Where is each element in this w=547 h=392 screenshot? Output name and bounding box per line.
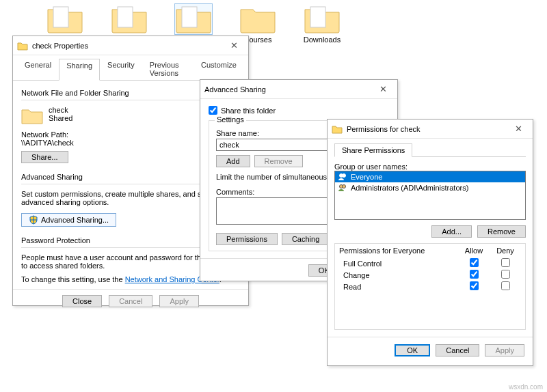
tab-general[interactable]: General xyxy=(17,58,59,80)
user-name: Everyone xyxy=(351,173,382,181)
shield-icon xyxy=(29,215,38,225)
advanced-sharing-button[interactable]: Advanced Sharing... xyxy=(21,213,116,227)
tab-sharing[interactable]: Sharing xyxy=(59,59,100,81)
titlebar[interactable]: Advanced Sharing ✕ xyxy=(200,80,397,99)
close-icon[interactable]: ✕ xyxy=(373,84,393,94)
list-item[interactable]: Everyone xyxy=(335,171,525,182)
tab-security[interactable]: Security xyxy=(100,58,142,80)
svg-point-7 xyxy=(343,185,346,188)
window-title: Permissions for check xyxy=(347,125,508,133)
svg-point-5 xyxy=(343,174,346,178)
tab-customize[interactable]: Customize xyxy=(194,58,244,80)
deny-checkbox[interactable] xyxy=(501,258,510,267)
tab-share-permissions[interactable]: Share Permissions xyxy=(334,143,412,157)
svg-rect-0 xyxy=(53,7,68,27)
svg-rect-1 xyxy=(118,7,133,27)
share-this-folder-label: Share this folder xyxy=(221,107,276,115)
folder-icon xyxy=(304,4,341,34)
remove-button[interactable]: Remove xyxy=(477,225,526,238)
settings-group-label: Settings xyxy=(215,115,246,124)
table-row: Change xyxy=(335,269,525,281)
tab-previous-versions[interactable]: Previous Versions xyxy=(142,58,194,80)
tab-strip: General Sharing Security Previous Versio… xyxy=(13,55,248,81)
group-or-user-names-label: Group or user names: xyxy=(334,163,526,171)
user-name: Administrators (ADI\Administrators) xyxy=(351,184,468,192)
share-this-folder-checkbox[interactable]: Share this folder xyxy=(209,106,389,115)
close-button[interactable]: Close xyxy=(62,295,102,307)
table-row: Read xyxy=(335,281,525,292)
folder-label: Downloads xyxy=(290,36,354,44)
titlebar[interactable]: check Properties ✕ xyxy=(13,36,248,55)
permission-name: Full Control xyxy=(339,260,458,268)
add-button[interactable]: Add xyxy=(216,155,250,167)
properties-footer: Close Cancel Apply xyxy=(13,289,248,313)
advanced-sharing-button-label: Advanced Sharing... xyxy=(41,216,109,224)
folder-icon xyxy=(17,40,28,51)
allow-header: Allow xyxy=(458,247,490,255)
permissions-button[interactable]: Permissions xyxy=(216,233,278,245)
apply-button[interactable]: Apply xyxy=(159,295,199,307)
password-change-text: To change this setting, use the xyxy=(21,275,125,283)
add-button[interactable]: Add... xyxy=(431,225,472,238)
folder-icon xyxy=(239,4,276,34)
table-row: Full Control xyxy=(335,257,525,269)
permissions-footer: OK Cancel Apply xyxy=(328,337,533,363)
window-permissions: Permissions for check ✕ Share Permission… xyxy=(327,119,533,366)
folder-icon xyxy=(46,4,83,34)
share-button[interactable]: Share... xyxy=(21,151,68,163)
share-this-folder-input[interactable] xyxy=(209,106,217,115)
cancel-button[interactable]: Cancel xyxy=(109,295,152,307)
remove-button[interactable]: Remove xyxy=(254,155,303,167)
folder-icon xyxy=(175,4,212,34)
close-icon[interactable]: ✕ xyxy=(224,40,244,51)
folder-icon xyxy=(111,4,148,34)
window-title: check Properties xyxy=(32,42,224,50)
desktop-folder-downloads[interactable]: Downloads xyxy=(290,0,354,68)
window-title: Advanced Sharing xyxy=(204,85,373,94)
watermark: wsxdn.com xyxy=(509,383,543,391)
ok-button[interactable]: OK xyxy=(395,344,430,356)
user-list[interactable]: Everyone Administrators (ADI\Administrat… xyxy=(334,171,526,220)
share-status: Shared xyxy=(49,114,72,122)
svg-rect-2 xyxy=(182,7,197,27)
deny-checkbox[interactable] xyxy=(501,281,510,290)
svg-rect-3 xyxy=(310,7,325,27)
list-item[interactable]: Administrators (ADI\Administrators) xyxy=(335,182,525,193)
permission-name: Read xyxy=(339,283,458,291)
permission-name: Change xyxy=(339,271,458,279)
permissions-for-label: Permissions for Everyone xyxy=(339,247,458,255)
users-icon xyxy=(338,184,347,192)
allow-checkbox[interactable] xyxy=(470,270,479,279)
users-icon xyxy=(338,173,347,181)
allow-checkbox[interactable] xyxy=(470,258,479,267)
allow-checkbox[interactable] xyxy=(470,281,479,290)
caching-button[interactable]: Caching xyxy=(282,233,330,245)
close-icon[interactable]: ✕ xyxy=(508,124,529,134)
deny-checkbox[interactable] xyxy=(501,270,510,279)
deny-header: Deny xyxy=(490,247,521,255)
permissions-body: Share Permissions Group or user names: E… xyxy=(328,139,533,337)
cancel-button[interactable]: Cancel xyxy=(436,344,479,356)
folder-icon xyxy=(332,124,343,135)
permissions-table: Permissions for Everyone Allow Deny Full… xyxy=(334,243,526,330)
titlebar[interactable]: Permissions for check ✕ xyxy=(328,120,533,139)
permissions-tabstrip: Share Permissions xyxy=(334,143,526,157)
apply-button[interactable]: Apply xyxy=(485,344,524,356)
folder-icon xyxy=(21,106,43,125)
share-name: check xyxy=(49,106,72,114)
